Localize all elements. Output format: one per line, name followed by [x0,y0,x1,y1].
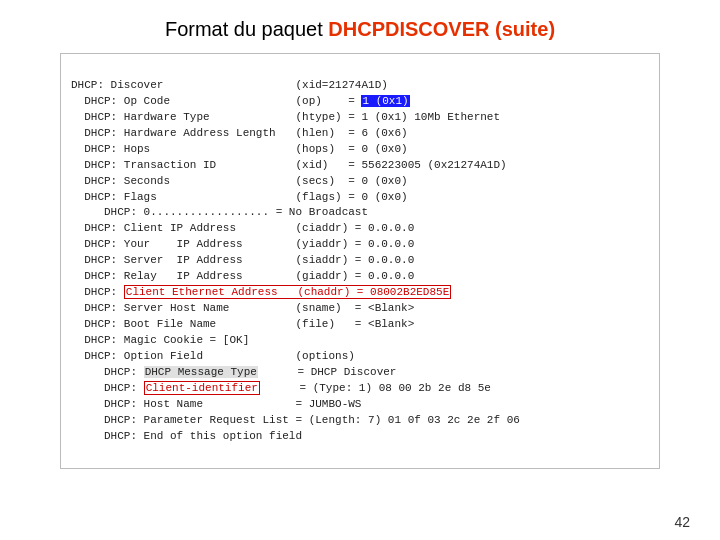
line-23: DHCP: End of this option field [71,430,302,442]
line-10: DHCP: Client IP Address (ciaddr) = 0.0.0… [71,222,414,234]
page-title: Format du paquet DHCPDISCOVER (suite) [0,0,720,53]
line-11: DHCP: Your IP Address (yiaddr) = 0.0.0.0 [71,238,414,250]
line-17: DHCP: Magic Cookie = [OK] [71,334,249,346]
line-5: DHCP: Hops (hops) = 0 (0x0) [71,143,408,155]
line-22: DHCP: Parameter Request List = (Length: … [71,414,520,426]
page-number: 42 [674,514,690,530]
line-8: DHCP: Flags (flags) = 0 (0x0) [71,191,408,203]
line-15: DHCP: Server Host Name (sname) = <Blank> [71,302,414,314]
line-18: DHCP: Option Field (options) [71,350,355,362]
title-prefix: Format du paquet [165,18,328,40]
line-4: DHCP: Hardware Address Length (hlen) = 6… [71,127,408,139]
line-1: DHCP: Discover (xid=21274A1D) [71,79,388,91]
content-box: DHCP: Discover (xid=21274A1D) DHCP: Op C… [60,53,660,469]
line-6: DHCP: Transaction ID (xid) = 556223005 (… [71,159,507,171]
line-21: DHCP: Host Name = JUMBO-WS [71,398,361,410]
line-7: DHCP: Seconds (secs) = 0 (0x0) [71,175,408,187]
title-highlight: DHCPDISCOVER (suite) [328,18,555,40]
line-9: DHCP: 0.................. = No Broadcast [71,206,368,218]
line-12: DHCP: Server IP Address (siaddr) = 0.0.0… [71,254,414,266]
line-2: DHCP: Op Code (op) = 1 (0x1) [71,95,410,107]
line-14: DHCP: Client Ethernet Address (chaddr) =… [71,285,451,299]
packet-display: DHCP: Discover (xid=21274A1D) DHCP: Op C… [71,62,649,460]
line-20: DHCP: Client-identifier = (Type: 1) 08 0… [71,381,491,395]
line-13: DHCP: Relay IP Address (giaddr) = 0.0.0.… [71,270,414,282]
line-16: DHCP: Boot File Name (file) = <Blank> [71,318,414,330]
line-19: DHCP: DHCP Message Type = DHCP Discover [71,366,396,378]
line-3: DHCP: Hardware Type (htype) = 1 (0x1) 10… [71,111,500,123]
